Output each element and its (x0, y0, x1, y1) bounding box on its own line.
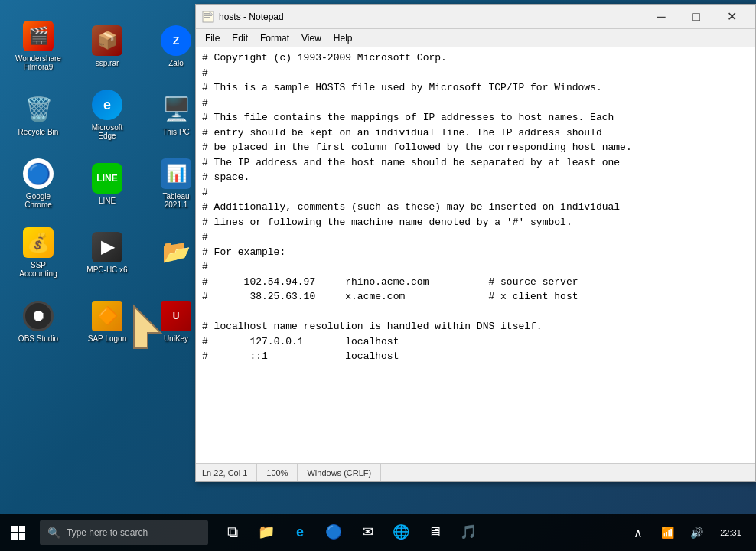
menu-view[interactable]: View (295, 31, 327, 45)
taskbar-edge[interactable]: e (285, 514, 315, 551)
hand-pointer-icon (126, 298, 172, 352)
status-position: Ln 22, Col 1 (202, 464, 257, 481)
edge-icon: e (296, 524, 304, 540)
network-indicator-icon: 📶 (661, 527, 674, 539)
show-hidden-icons-button[interactable]: ∧ (624, 514, 652, 551)
icon-label-accounting: SSPAccounting (19, 261, 57, 278)
icon-label-recycle: Recycle Bin (18, 128, 59, 136)
icon-label-chrome: GoogleChrome (24, 192, 52, 209)
menu-file[interactable]: File (199, 31, 226, 45)
search-input[interactable] (67, 527, 200, 538)
icon-label-wondershare: WondershareFilmora9 (15, 54, 61, 71)
system-tray: ∧ 📶 🔊 22:31 (624, 514, 756, 551)
browser2-icon: 🌐 (393, 523, 409, 540)
desktop-icon-grid: 🎬 WondershareFilmora9 📦 ssp.rar Z Zalo 🗑… (0, 8, 195, 497)
icon-label-line: LINE (99, 197, 116, 205)
icon-label-rar: ssp.rar (96, 59, 119, 67)
close-button[interactable]: ✕ (714, 5, 749, 29)
chevron-up-icon: ∧ (634, 526, 643, 540)
taskbar-search[interactable]: 🔍 (40, 520, 208, 545)
notepad-menubar: File Edit Format View Help (196, 29, 755, 47)
notepad-window: hosts - Notepad ─ □ ✕ File Edit Format V… (195, 4, 756, 482)
menu-format[interactable]: Format (254, 31, 295, 45)
svg-rect-3 (204, 15, 212, 16)
minimize-button[interactable]: ─ (644, 5, 679, 29)
notepad-statusbar: Ln 22, Col 1 100% Windows (CRLF) (196, 463, 755, 481)
taskbar-chrome[interactable]: 🔵 (318, 514, 349, 551)
taskbar-remote[interactable]: 🖥 (419, 514, 450, 551)
icon-label-zalo: Zalo (168, 59, 183, 67)
menu-help[interactable]: Help (327, 31, 359, 45)
desktop-icon-edge[interactable]: e MicrosoftEdge (73, 80, 142, 149)
volume-button[interactable]: 🔊 (683, 514, 710, 551)
taskbar: 🔍 ⧉ 📁 e 🔵 ✉ 🌐 🖥 (0, 514, 756, 551)
volume-icon: 🔊 (690, 527, 703, 539)
chrome-taskbar-icon: 🔵 (325, 523, 342, 540)
taskbar-media[interactable]: 🎵 (453, 514, 484, 551)
desktop-icon-mpc[interactable]: ▶ MPC-HC x6 (73, 218, 142, 287)
desktop: 🎬 WondershareFilmora9 📦 ssp.rar Z Zalo 🗑… (0, 0, 756, 551)
desktop-icon-rar[interactable]: 📦 ssp.rar (73, 11, 142, 80)
notepad-text-area[interactable]: # Copyright (c) 1993-2009 Microsoft Corp… (196, 47, 755, 463)
file-explorer-icon: 📁 (258, 523, 275, 540)
svg-marker-0 (134, 306, 161, 348)
desktop-icon-chrome[interactable]: 🔵 GoogleChrome (4, 149, 73, 218)
status-zoom: 100% (257, 464, 298, 481)
desktop-icon-obs[interactable]: ⏺ OBS Studio (4, 287, 73, 356)
icon-label-edge: MicrosoftEdge (92, 123, 123, 140)
desktop-icon-line[interactable]: LINE LINE (73, 149, 142, 218)
icon-label-sap: SAP Logon (88, 334, 126, 343)
mail-icon: ✉ (362, 523, 373, 540)
windows-logo-icon (11, 526, 25, 540)
icon-label-mpc: MPC-HC x6 (86, 266, 127, 274)
taskbar-file-explorer[interactable]: 📁 (251, 514, 282, 551)
notepad-title: hosts - Notepad (219, 11, 644, 22)
remote-icon: 🖥 (428, 524, 442, 540)
desktop-icon-recycle-bin[interactable]: 🗑️ Recycle Bin (4, 80, 73, 149)
search-icon: 🔍 (47, 527, 60, 539)
start-button[interactable] (0, 514, 37, 551)
desktop-icon-wondershare[interactable]: 🎬 WondershareFilmora9 (4, 11, 73, 80)
network-icon[interactable]: 📶 (653, 514, 681, 551)
status-line-ending: Windows (CRLF) (298, 464, 381, 481)
icon-label-obs: OBS Studio (18, 334, 58, 343)
taskbar-mail[interactable]: ✉ (352, 514, 383, 551)
titlebar-buttons: ─ □ ✕ (644, 5, 749, 29)
desktop-icon-accounting[interactable]: 💰 SSPAccounting (4, 218, 73, 287)
menu-edit[interactable]: Edit (226, 31, 254, 45)
icon-label-this-pc: This PC (162, 128, 190, 136)
task-view-icon: ⧉ (227, 523, 238, 541)
taskbar-app-icons: ⧉ 📁 e 🔵 ✉ 🌐 🖥 🎵 (217, 514, 484, 551)
clock-time: 22:31 (720, 528, 741, 537)
icon-label-tableau: Tableau2021.1 (162, 192, 189, 209)
svg-rect-4 (204, 17, 210, 18)
notepad-app-icon (202, 11, 214, 23)
taskbar-browser2[interactable]: 🌐 (386, 514, 416, 551)
notepad-titlebar: hosts - Notepad ─ □ ✕ (196, 5, 755, 29)
maximize-button[interactable]: □ (679, 5, 714, 29)
taskbar-task-view[interactable]: ⧉ (217, 514, 248, 551)
clock-widget[interactable]: 22:31 (712, 514, 750, 551)
media-icon: 🎵 (460, 523, 477, 540)
